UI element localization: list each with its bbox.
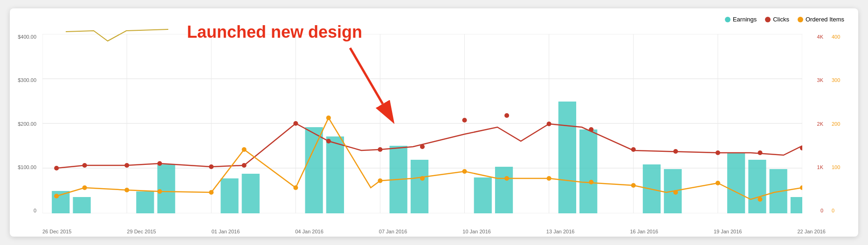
ordered-items-dot xyxy=(798,17,803,22)
clicks-label: Clicks xyxy=(773,16,789,23)
svg-rect-19 xyxy=(220,178,238,213)
svg-rect-18 xyxy=(158,164,175,213)
svg-point-43 xyxy=(378,147,382,152)
legend-clicks: Clicks xyxy=(765,16,789,23)
svg-rect-34 xyxy=(791,197,802,213)
svg-point-64 xyxy=(462,169,467,174)
svg-rect-28 xyxy=(579,129,597,213)
svg-point-56 xyxy=(124,188,129,192)
clicks-dot xyxy=(765,17,771,22)
svg-point-39 xyxy=(209,164,214,169)
svg-point-38 xyxy=(158,161,162,166)
svg-point-55 xyxy=(83,185,87,190)
svg-point-62 xyxy=(378,178,382,183)
svg-rect-21 xyxy=(305,127,323,213)
svg-point-49 xyxy=(631,147,636,152)
earnings-label: Earnings xyxy=(733,16,757,23)
main-chart-svg xyxy=(42,34,802,213)
svg-point-36 xyxy=(83,163,87,168)
svg-point-41 xyxy=(293,121,298,126)
svg-point-61 xyxy=(326,116,331,120)
svg-point-44 xyxy=(420,144,425,149)
svg-rect-16 xyxy=(73,197,90,213)
svg-point-50 xyxy=(673,149,678,154)
svg-point-63 xyxy=(420,176,425,181)
svg-point-58 xyxy=(209,190,214,195)
svg-point-68 xyxy=(631,183,636,188)
y-axis-right-clicks: 4K 3K 2K 1K 0 xyxy=(802,34,826,213)
chart-legend: Earnings Clicks Ordered Items xyxy=(725,16,844,23)
svg-point-37 xyxy=(124,163,129,168)
svg-rect-32 xyxy=(748,160,766,213)
svg-point-45 xyxy=(462,118,467,122)
svg-point-42 xyxy=(326,139,331,143)
svg-rect-20 xyxy=(242,174,260,213)
x-axis-labels: 26 Dec 2015 29 Dec 2015 01 Jan 2016 04 J… xyxy=(42,229,826,234)
chart-container: Earnings Clicks Ordered Items $400.00 $3… xyxy=(10,8,858,237)
svg-rect-26 xyxy=(495,167,513,213)
legend-earnings: Earnings xyxy=(725,16,757,23)
svg-rect-25 xyxy=(474,177,492,213)
earnings-dot xyxy=(725,17,730,22)
svg-point-70 xyxy=(716,181,720,185)
svg-point-72 xyxy=(800,185,802,190)
svg-rect-31 xyxy=(727,153,745,213)
svg-point-59 xyxy=(242,147,247,152)
svg-point-60 xyxy=(293,185,298,190)
svg-point-65 xyxy=(504,176,509,181)
svg-point-69 xyxy=(673,190,678,195)
clicks-line xyxy=(56,123,802,168)
legend-ordered-items: Ordered Items xyxy=(798,16,844,23)
svg-point-57 xyxy=(158,189,162,194)
svg-point-46 xyxy=(504,113,509,118)
svg-point-71 xyxy=(758,197,762,202)
svg-rect-24 xyxy=(411,160,428,213)
svg-rect-17 xyxy=(136,191,154,213)
svg-point-47 xyxy=(547,122,551,126)
svg-point-48 xyxy=(589,127,593,132)
svg-point-67 xyxy=(589,180,593,184)
ordered-items-label: Ordered Items xyxy=(806,16,844,23)
y-axis-right-items: 400 300 200 100 0 xyxy=(828,34,858,213)
svg-point-54 xyxy=(54,194,59,198)
svg-point-51 xyxy=(716,150,720,155)
svg-rect-27 xyxy=(558,102,576,213)
svg-point-40 xyxy=(242,163,247,168)
svg-point-35 xyxy=(54,166,59,170)
svg-point-52 xyxy=(758,150,762,155)
y-axis-left: $400.00 $300.00 $200.00 $100.00 0 xyxy=(10,34,40,213)
svg-point-66 xyxy=(547,176,551,181)
svg-rect-22 xyxy=(326,136,344,213)
